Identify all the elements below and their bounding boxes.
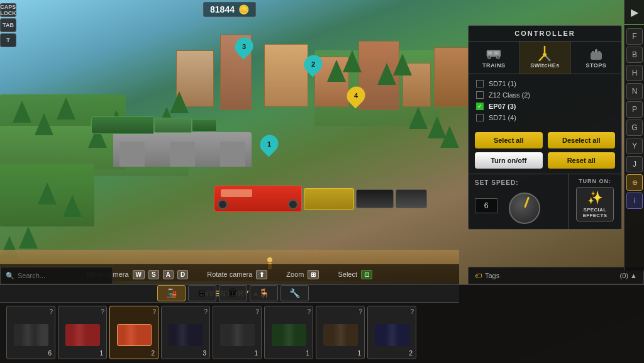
trains-tab-icon [486,47,502,60]
bridge [113,132,252,167]
speed-knob[interactable] [509,193,540,224]
train-1-visual [214,186,427,212]
inv-item-7[interactable]: ? 2 [367,306,416,359]
select-all-button[interactable]: Select all [475,132,543,148]
reset-all-button[interactable]: Reset all [548,152,616,169]
speed-section: SET SPEED: 6 [469,174,568,229]
special-effects-icon: ✨ [587,190,603,205]
inv-tab-bench[interactable]: 🪑 [250,285,278,301]
select-label: Select [338,271,357,278]
inv-item-5[interactable]: ? 1 [264,306,313,359]
tab-stops[interactable]: STOPS [571,42,621,74]
tags-label: Tags [485,272,499,279]
buttons-row-2: Turn on/off Reset all [475,152,615,169]
train-list-item-3[interactable]: SD71 (4) [475,112,615,123]
train-marker-1[interactable]: 1 [258,135,280,163]
tree [343,50,362,75]
deselect-all-button[interactable]: Deselect all [548,132,616,148]
train-checkbox-1[interactable] [476,91,484,99]
ctrl-bottom: SET SPEED: 6 TURN ON: ✨ SPECIALEFFECTS [469,174,621,229]
right-sidebar: F B H N P G Y J ⊕ i [624,25,644,271]
bench-tab-icon: 🪑 [258,288,269,298]
tab-trains[interactable]: TRAINS [469,42,519,74]
sidebar-btn-f[interactable]: F [626,28,643,45]
svg-rect-12 [591,52,602,60]
train-list: SD71 (1) Z12 Class (2) EP07 (3) SD71 (4) [469,74,621,127]
train-checkbox-0[interactable] [476,80,484,87]
item-question-7: ? [410,308,414,315]
inv-item-6[interactable]: ? 1 [316,306,365,359]
item-question-2: ? [152,308,156,315]
inv-tab-trains[interactable]: 🚂 [157,285,186,301]
sidebar-btn-special[interactable]: ⊕ [626,174,643,191]
sidebar-btn-info[interactable]: i [626,193,643,209]
train-list-item-0[interactable]: SD71 (1) [475,78,615,89]
train-checkbox-3[interactable] [476,114,484,121]
tree [57,98,75,123]
stops-tab-label: STOPS [586,62,606,69]
item-question-3: ? [204,308,208,315]
sidebar-btn-b[interactable]: B [626,47,643,63]
buttons-row-1: Select all Deselect all [475,132,615,148]
item-count-3: 3 [203,350,206,357]
train-marker-3[interactable]: 3 [233,38,255,65]
special-section: TURN ON: ✨ SPECIALEFFECTS [568,174,621,229]
tree [19,226,38,252]
sidebar-btn-g[interactable]: G [626,120,643,136]
tags-bar[interactable]: 🏷 Tags (0) ▲ [468,267,644,284]
train-list-item-2[interactable]: EP07 (3) [475,101,615,112]
train-list-item-1[interactable]: Z12 Class (2) [475,89,615,101]
item-question-4: ? [255,308,259,315]
item-count-2: 2 [151,350,155,357]
trains-tab-label: TRAINS [482,62,506,69]
search-input[interactable] [18,272,106,279]
special-effects-button[interactable]: ✨ SPECIALEFFECTS [576,187,614,221]
item-icon-5 [272,324,306,346]
train-marker-2[interactable]: 2 [302,55,325,83]
tree [38,182,57,208]
sidebar-btn-y[interactable]: Y [626,138,643,154]
train-marker-4[interactable]: 4 [345,87,367,114]
item-question-1: ? [101,308,104,315]
inv-tab-misc[interactable]: 🔧 [280,285,309,301]
inv-tab-buildings[interactable]: 🏛 [219,285,247,301]
inventory-bar: INVENTORY ▲ 🚂 ⊟ 🏛 🪑 🔧 ? 6 ? 1 [0,284,644,363]
inv-tab-tracks[interactable]: ⊟ [188,285,216,301]
tree [63,195,82,220]
inv-item-0[interactable]: ? 6 [6,306,55,359]
sidebar-btn-j[interactable]: J [626,156,643,172]
tab-key[interactable]: TAB [0,18,16,32]
zoom-label: Zoom [286,271,304,278]
switches-tab-icon [536,47,553,60]
tree [35,113,53,138]
train-checkbox-2[interactable] [476,103,484,110]
item-count-4: 1 [254,350,258,357]
select-hint: Select ⊡ [338,270,372,279]
w-key: W [133,270,145,279]
turn-on-off-button[interactable]: Turn on/off [475,152,543,169]
item-count-5: 1 [306,350,309,357]
rotate-key: ⬆ [256,270,267,279]
inv-item-3[interactable]: ? 3 [161,306,210,359]
sidebar-btn-n[interactable]: N [626,83,643,99]
sidebar-btn-h[interactable]: H [626,65,643,81]
coin-icon: 🪙 [238,4,249,14]
d-key: D [177,270,188,279]
inv-item-1[interactable]: ? 1 [58,306,107,359]
shortcuts-left: CAPS LOCK TAB T [0,0,19,271]
inv-item-2-active[interactable]: ? 2 [109,306,158,359]
train-label-1: Z12 Class (2) [489,91,530,99]
top-bar: 81844 🪙 [0,0,459,19]
tab-switches[interactable]: SWItcHEs [519,42,570,74]
search-bar[interactable]: 🔍 [0,267,113,284]
tree [170,91,189,116]
item-count-6: 1 [357,350,361,357]
svg-point-4 [496,55,499,59]
inv-item-4[interactable]: ? 1 [213,306,262,359]
sidebar-btn-p[interactable]: P [626,101,643,118]
top-right-button[interactable]: ▶ [624,0,644,24]
t-key[interactable]: T [0,33,16,47]
rotate-camera-label: Rotate camera [207,271,252,278]
item-icon-6 [323,324,358,346]
item-icon-4 [220,324,255,346]
